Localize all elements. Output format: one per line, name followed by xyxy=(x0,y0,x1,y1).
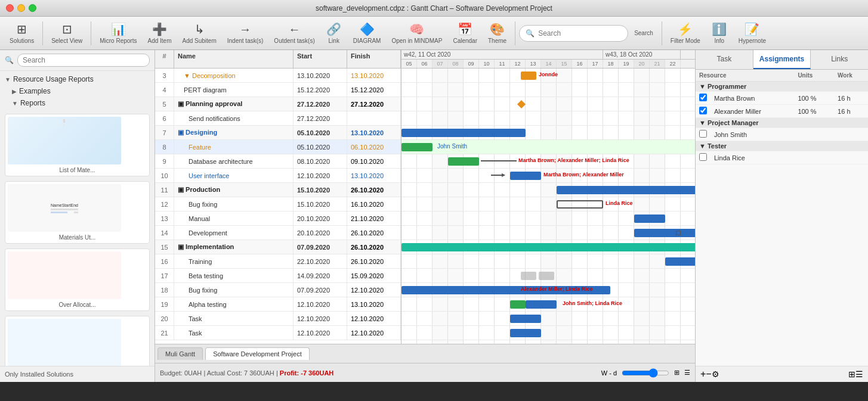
micro-reports-button[interactable]: 📊 Micro Reports xyxy=(95,19,141,48)
maximize-button[interactable] xyxy=(29,4,36,12)
outdent-icon: ← xyxy=(289,23,301,36)
sidebar-label-resource: Resource Usage Reports xyxy=(13,75,94,83)
table-row[interactable]: 16 Training 22.10.2020 26.10.2020 xyxy=(155,254,401,269)
open-mindmap-button[interactable]: 🧠 Open in MINDMAP xyxy=(387,19,447,48)
rp-list-view-button[interactable]: ☰ xyxy=(855,369,863,379)
table-row[interactable]: 19 Alpha testing 12.10.2020 13.10.2020 xyxy=(155,297,401,312)
table-row[interactable]: 11 ▣ Production 15.10.2020 26.10.2020 xyxy=(155,183,401,197)
sidebar-item-examples[interactable]: ▶ Examples xyxy=(0,85,155,97)
status-right: W - d ⊞ ☰ xyxy=(601,368,690,378)
thumb-list-of-mate[interactable]: List of Mate... xyxy=(5,114,150,176)
table-row[interactable]: 4 PERT diagram 15.12.2020 15.12.2020 xyxy=(155,83,401,97)
separator-4 xyxy=(662,21,662,45)
table-row[interactable]: 17 Beta testing 14.09.2020 15.09.2020 xyxy=(155,269,401,283)
bar-21[interactable] xyxy=(510,329,541,337)
sidebar-item-reports[interactable]: ▼ Reports xyxy=(0,97,155,109)
table-row[interactable]: 10 User interface 12.10.2020 13.10.2020 xyxy=(155,169,401,183)
zoom-slider[interactable] xyxy=(622,368,669,378)
tab-assignments[interactable]: Assignments xyxy=(753,50,811,69)
link-button[interactable]: 🔗 Link xyxy=(321,19,347,48)
rp-settings-button[interactable]: ⚙ xyxy=(712,369,719,379)
table-row[interactable]: 12 Bug fixing 15.10.2020 16.10.2020 xyxy=(155,197,401,212)
table-row[interactable]: 14 Development 20.10.2020 26.10.2020 xyxy=(155,226,401,240)
table-row: ▼ Tester xyxy=(696,141,868,151)
table-row[interactable]: Martha Brown 100 % 16 h xyxy=(696,92,868,105)
bar-9a[interactable] xyxy=(448,157,479,166)
add-item-button[interactable]: ➕ Add Item xyxy=(143,19,176,48)
sidebar-search-input[interactable] xyxy=(17,54,150,67)
info-button[interactable]: ℹ️ Info xyxy=(706,19,733,48)
checkbox-martha[interactable] xyxy=(699,94,707,101)
rp-add-button[interactable]: + xyxy=(700,369,706,380)
day-10: 10 xyxy=(479,60,495,68)
search-input[interactable] xyxy=(538,29,622,38)
calendar-button[interactable]: 📅 Calendar xyxy=(448,19,482,48)
bar-10[interactable] xyxy=(510,172,541,180)
table-row[interactable]: Alexander Miller 100 % 16 h xyxy=(696,105,868,118)
table-row[interactable]: 5 ▣ Planning approval 27.12.2020 27.12.2… xyxy=(155,97,401,111)
solutions-button[interactable]: ⊞ Solutions xyxy=(5,19,39,48)
thumb-over-allocat-2[interactable]: Over Allocat... xyxy=(5,316,150,366)
thumb-materials-ut[interactable]: NameStartEnd Materials Ut... xyxy=(5,181,150,244)
checkbox-linda[interactable] xyxy=(699,153,707,161)
bar-19a[interactable] xyxy=(510,300,526,309)
bar-3[interactable] xyxy=(521,72,536,80)
hypernote-button[interactable]: 📝 Hypernote xyxy=(734,19,771,48)
table-row[interactable]: 3 ▼ Decomposition 13.10.2020 13.10.2020 xyxy=(155,69,401,83)
tab-links[interactable]: Links xyxy=(811,50,868,69)
checkbox-john[interactable] xyxy=(699,130,707,138)
table-row[interactable]: 9 Database architecture 08.10.2020 09.10… xyxy=(155,154,401,169)
table-row[interactable]: 7 ▣ Designing 05.10.2020 13.10.2020 xyxy=(155,126,401,140)
theme-button[interactable]: 🎨 Theme xyxy=(483,19,511,48)
bar-17b[interactable] xyxy=(539,272,554,280)
select-view-button[interactable]: ⊡ Select View xyxy=(47,19,87,48)
timeline-row-5 xyxy=(401,97,695,111)
add-subitem-button[interactable]: ↳ Add Subitem xyxy=(178,19,221,48)
indent-tasks-button[interactable]: → Indent task(s) xyxy=(223,19,268,48)
table-row[interactable]: John Smith xyxy=(696,128,868,141)
tab-task[interactable]: Task xyxy=(696,50,753,69)
bar-11[interactable] xyxy=(557,186,695,194)
table-row[interactable]: Linda Rice xyxy=(696,151,868,164)
bar-13[interactable] xyxy=(634,215,665,223)
resource-group-tester: ▼ Tester xyxy=(696,141,868,151)
separator-3 xyxy=(515,21,515,45)
table-row[interactable]: 8 Feature 05.10.2020 06.10.2020 xyxy=(155,140,401,154)
gantt-timeline-body: Jonnde xyxy=(401,69,695,344)
bar-12[interactable] xyxy=(557,200,603,209)
table-row[interactable]: 21 Task 12.10.2020 12.10.2020 xyxy=(155,326,401,340)
filter-mode-button[interactable]: ⚡ Filter Mode xyxy=(666,19,705,48)
table-row[interactable]: 15 ▣ Implementation 07.09.2020 26.10.202… xyxy=(155,240,401,254)
close-button[interactable] xyxy=(6,4,14,12)
view-toggle-2[interactable]: ☰ xyxy=(684,369,690,377)
bar-19b[interactable] xyxy=(526,300,557,309)
search-button[interactable]: Search xyxy=(629,19,658,48)
table-row[interactable]: 13 Manual 20.10.2020 21.10.2020 xyxy=(155,212,401,226)
tab-muli-gantt[interactable]: Muli Gantt xyxy=(157,347,203,360)
bar-20[interactable] xyxy=(510,315,541,323)
view-toggle-1[interactable]: ⊞ xyxy=(674,369,679,377)
rp-grid-view-button[interactable]: ⊞ xyxy=(848,369,855,379)
bar-14[interactable] xyxy=(634,229,695,237)
resource-group-pm: ▼ Project Manager xyxy=(696,118,868,128)
sidebar-item-resource-usage-reports[interactable]: ▼ Resource Usage Reports xyxy=(0,73,155,85)
bar-17[interactable] xyxy=(521,272,536,280)
outdent-tasks-button[interactable]: ← Outdent task(s) xyxy=(269,19,319,48)
table-row[interactable]: 6 Send notifications 27.12.2020 xyxy=(155,111,401,126)
sidebar-search-area: 🔍 xyxy=(0,50,155,71)
bar-7[interactable] xyxy=(401,129,526,137)
diagram-button[interactable]: 🔷 DIAGRAM xyxy=(348,19,386,48)
bar-15[interactable] xyxy=(401,243,695,251)
rp-remove-button[interactable]: − xyxy=(706,369,711,380)
bar-8[interactable] xyxy=(401,143,433,151)
minimize-button[interactable] xyxy=(17,4,25,12)
thumb-over-allocat-1[interactable]: Over Allocat... xyxy=(5,248,150,311)
checkbox-alexander[interactable] xyxy=(699,107,707,114)
col-num-header: # xyxy=(155,50,174,68)
bar-16[interactable] xyxy=(665,257,695,266)
day-09: 09 xyxy=(464,60,479,68)
table-row[interactable]: 20 Task 12.10.2020 12.10.2020 xyxy=(155,312,401,326)
table-row[interactable]: 18 Bug fixing 07.09.2020 12.10.2020 xyxy=(155,283,401,297)
tab-software-dev[interactable]: Software Development Project xyxy=(205,347,310,360)
search-box[interactable]: 🔍 xyxy=(519,25,628,42)
